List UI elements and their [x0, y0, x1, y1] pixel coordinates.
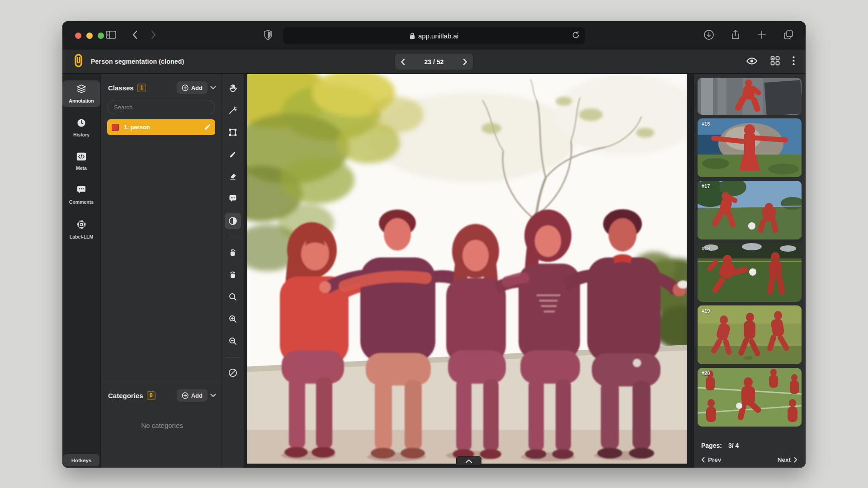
brush-tool[interactable]: [225, 146, 241, 163]
clock-icon: [77, 118, 86, 129]
zoom-window-button[interactable]: [98, 33, 104, 39]
chip-icon: [76, 220, 86, 231]
rect-select-tool[interactable]: [225, 124, 241, 141]
pager-prev-icon[interactable]: [401, 58, 405, 66]
next-label: Next: [778, 456, 791, 463]
traffic-lights: [75, 33, 104, 39]
layout-grid-icon[interactable]: [770, 56, 780, 67]
more-menu-kebab-icon[interactable]: [793, 56, 795, 67]
add-class-label: Add: [191, 84, 203, 91]
nav-item-history[interactable]: History: [62, 114, 100, 141]
project-title: Person segmentation (cloned): [91, 58, 184, 65]
clear-annotations-tool[interactable]: [225, 365, 241, 381]
image-pager: 23 / 52: [395, 54, 473, 70]
new-tab-icon[interactable]: [757, 29, 767, 40]
thumbnail-19[interactable]: #19: [698, 305, 802, 364]
annotation-image[interactable]: [247, 74, 687, 464]
thumbnail-label: #17: [702, 183, 710, 189]
chevron-left-icon: [701, 457, 705, 463]
app-header: Person segmentation (cloned) 23 / 52: [62, 50, 806, 74]
categories-count-badge: 0: [147, 391, 156, 400]
class-name: 1. person: [124, 124, 150, 131]
rotate-ccw-tool[interactable]: [225, 244, 241, 261]
magic-wand-tool[interactable]: [225, 102, 241, 118]
thumbnail-17[interactable]: #17: [698, 181, 802, 239]
thumbnail-gallery: #16 #17: [693, 74, 806, 468]
sidebar-toggle-icon[interactable]: [106, 30, 116, 39]
downloads-icon[interactable]: [703, 29, 714, 40]
hand-tool[interactable]: [225, 80, 241, 96]
class-search-input[interactable]: [107, 100, 215, 114]
categories-section: Categories 0 Add No categories: [101, 382, 222, 468]
nav-label: Comments: [69, 199, 94, 205]
class-item-person[interactable]: 1. person: [107, 119, 215, 135]
unitlab-logo: [72, 54, 85, 69]
eraser-tool[interactable]: [225, 169, 241, 185]
no-categories-text: No categories: [108, 422, 216, 429]
nav-label: Label-LLM: [70, 234, 94, 239]
tool-strip: [222, 74, 244, 468]
visibility-eye-icon[interactable]: [746, 56, 758, 67]
forward-icon[interactable]: [151, 30, 156, 39]
add-class-button[interactable]: Add: [177, 81, 208, 94]
zoom-out-tool[interactable]: [225, 333, 241, 349]
url-bar[interactable]: app.unitlab.ai: [283, 27, 585, 44]
nav-label: Annotation: [69, 98, 94, 103]
edit-class-pencil-icon[interactable]: [204, 124, 211, 131]
back-icon[interactable]: [132, 30, 137, 39]
add-category-label: Add: [191, 392, 203, 399]
pages-value: 3/ 4: [728, 442, 739, 449]
nav-label: Meta: [76, 165, 87, 171]
thumbnail-label: #18: [702, 246, 710, 251]
search-tool[interactable]: [225, 289, 241, 305]
chevron-right-icon: [794, 457, 797, 463]
shield-extension-icon[interactable]: [264, 30, 272, 40]
pages-indicator: Pages:3/ 4: [698, 442, 801, 449]
rotate-cw-tool[interactable]: [225, 267, 241, 283]
refresh-icon[interactable]: [572, 31, 580, 39]
close-window-button[interactable]: [75, 33, 81, 39]
tabs-overview-icon[interactable]: [783, 29, 794, 40]
expand-panel-button[interactable]: [456, 456, 481, 465]
thumbnail-18[interactable]: #18: [698, 243, 802, 302]
left-nav: Annotation History Meta Comments: [62, 74, 100, 468]
add-category-button[interactable]: Add: [177, 389, 208, 402]
chevron-up-icon: [465, 459, 472, 463]
pages-label: Pages:: [701, 442, 722, 449]
url-text: app.unitlab.ai: [418, 32, 458, 40]
browser-chrome: app.unitlab.ai: [62, 21, 806, 50]
thumbnail-15[interactable]: [698, 78, 802, 115]
classes-count-badge: 1: [137, 84, 146, 92]
nav-label: History: [73, 132, 90, 137]
thumbnail-20[interactable]: #20: [698, 368, 802, 427]
nav-item-annotation[interactable]: Annotation: [62, 80, 100, 107]
zoom-in-tool[interactable]: [225, 311, 241, 327]
code-icon: [76, 152, 86, 163]
hotkeys-button[interactable]: Hotkeys: [63, 454, 99, 466]
comment-tool[interactable]: [225, 191, 241, 207]
minimize-window-button[interactable]: [86, 33, 93, 39]
classes-collapse-chevron-icon[interactable]: [210, 86, 216, 90]
thumbnail-label: #20: [702, 371, 710, 376]
pager-value: 23 / 52: [425, 58, 444, 66]
prev-page-button[interactable]: Prev: [701, 456, 721, 463]
thumbnail-16[interactable]: #16: [698, 118, 802, 177]
classes-title: Classes: [108, 84, 134, 92]
nav-item-meta[interactable]: Meta: [62, 148, 100, 174]
browser-window: app.unitlab.ai Person segmentation (clo: [62, 21, 806, 468]
prev-label: Prev: [708, 456, 721, 463]
contrast-tool[interactable]: [225, 213, 241, 229]
class-color-swatch: [112, 124, 119, 131]
classes-panel: Classes 1 Add 1. person: [100, 74, 222, 468]
annotation-canvas[interactable]: [244, 74, 693, 468]
layers-icon: [76, 84, 86, 95]
categories-collapse-chevron-icon[interactable]: [210, 394, 216, 398]
share-icon[interactable]: [731, 29, 741, 40]
next-page-button[interactable]: Next: [778, 456, 797, 463]
lock-icon: [410, 33, 415, 39]
thumbnail-label: #19: [702, 308, 710, 314]
nav-item-label-llm[interactable]: Label-LLM: [62, 216, 100, 243]
pager-next-icon[interactable]: [463, 58, 467, 66]
nav-item-comments[interactable]: Comments: [62, 182, 100, 208]
hotkeys-label: Hotkeys: [71, 458, 92, 463]
